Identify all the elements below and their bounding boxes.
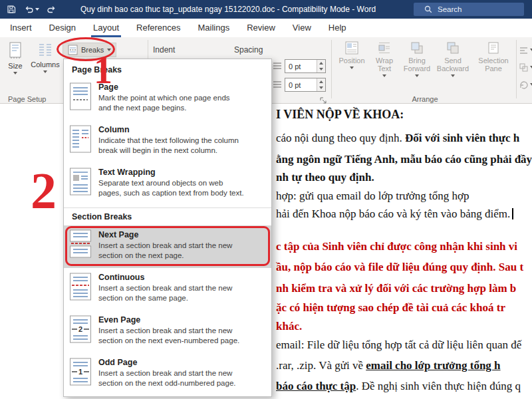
ribbon-tab-row: Insert Design Layout References Mailings…	[0, 19, 532, 37]
chevron-down-icon	[382, 74, 386, 77]
text-wrapping-break-icon	[69, 166, 92, 197]
bring-forward-icon	[410, 41, 424, 55]
search-box[interactable]: Search	[414, 3, 524, 16]
arrange-group-label: Arrange	[336, 95, 513, 103]
spacing-before-icon	[273, 61, 282, 70]
spacing-before-stepper[interactable]	[317, 60, 325, 72]
doc-line: .rar, .zip. Và gửi về email cho lớp trưở…	[276, 359, 501, 372]
doc-line: email: File dữ liệu tổng hợp tất cả dữ l…	[276, 338, 521, 352]
tab-layout[interactable]: Layout	[84, 19, 128, 37]
selection-pane-icon	[487, 41, 500, 55]
tab-review[interactable]: Review	[238, 19, 284, 37]
wrap-text-button[interactable]: Wrap Text	[370, 41, 399, 93]
align-button[interactable]	[519, 43, 532, 57]
page-setup-group-label: Page Setup	[8, 95, 47, 103]
menu-item-page[interactable]: Page Mark the point at which one page en…	[64, 78, 271, 120]
redo-icon[interactable]	[45, 3, 57, 15]
search-label: Search	[438, 5, 462, 13]
chevron-down-icon	[43, 70, 47, 73]
menu-section-header: Section Breaks	[64, 207, 271, 225]
tab-design[interactable]: Design	[41, 19, 84, 37]
doc-line: ặc có hiện tượng sao chép đề tài cuả các…	[276, 301, 505, 315]
position-icon	[345, 41, 358, 55]
chevron-down-icon	[107, 49, 111, 51]
menu-item-continuous[interactable]: Continuous Insert a section break and st…	[64, 268, 271, 311]
next-page-break-icon	[69, 229, 92, 259]
even-page-break-icon: 2	[69, 314, 92, 344]
position-button[interactable]: Position	[336, 41, 367, 93]
doc-line: nh kiểm tra và xử lý đối với các trường …	[276, 282, 516, 295]
send-backward-icon	[446, 41, 460, 55]
doc-line: hải đến Khoa nộp báo cáo và ký tên vào b…	[276, 207, 513, 221]
breaks-dropdown-menu: Page Breaks Page Mark the point at which…	[63, 59, 272, 397]
group-separator	[331, 40, 332, 98]
window-title: Quy dinh bao cao thuc tap_update ngay 15…	[80, 5, 376, 14]
menu-item-odd-page[interactable]: 1 Odd Page Insert a section break and st…	[64, 353, 271, 396]
doc-line: cáo nội dung theo quy định. Đối với sinh…	[276, 132, 519, 145]
doc-line: c tập của Sinh viên chỉ được công nhận k…	[276, 240, 517, 253]
spacing-after-icon	[273, 80, 282, 89]
spacing-before-field[interactable]: 0 pt	[285, 59, 326, 73]
undo-icon[interactable]	[23, 3, 39, 15]
svg-text:1: 1	[78, 368, 82, 376]
doc-line: nh tự theo quy định.	[276, 171, 374, 184]
svg-text:2: 2	[78, 325, 82, 333]
menu-item-text-wrapping[interactable]: Text Wrapping Separate text around objec…	[64, 163, 271, 205]
chevron-down-icon	[13, 72, 17, 74]
menu-section-header: Page Breaks	[64, 62, 271, 78]
odd-page-break-icon: 1	[69, 356, 92, 387]
save-icon[interactable]	[5, 3, 17, 15]
selection-pane-button[interactable]: Selection Pane	[473, 41, 513, 93]
chevron-down-icon	[350, 66, 354, 69]
paragraph-dialog-launcher-icon[interactable]	[320, 95, 327, 102]
spacing-after-field[interactable]: 0 pt	[285, 78, 326, 92]
menu-item-column[interactable]: Column Indicate that the text following …	[64, 120, 271, 163]
menu-item-next-page[interactable]: Next Page Insert a section break and sta…	[64, 225, 271, 268]
text-cursor	[512, 208, 513, 219]
undo-dropdown-icon[interactable]	[35, 8, 39, 11]
group-button[interactable]	[519, 60, 532, 74]
menu-item-even-page[interactable]: 2 Even Page Insert a section break and s…	[64, 311, 271, 353]
breaks-icon	[68, 45, 78, 55]
rotate-button[interactable]	[519, 77, 532, 92]
continuous-break-icon	[69, 271, 92, 302]
group-separator	[516, 40, 517, 98]
title-bar: Quy dinh bao cao thuc tap_update ngay 15…	[0, 0, 532, 19]
doc-line: I VIÊN NỘP VỀ KHOA:	[276, 108, 404, 122]
columns-icon	[37, 41, 53, 59]
tab-mailings[interactable]: Mailings	[190, 19, 239, 37]
size-icon	[8, 41, 23, 60]
bring-forward-button[interactable]: Bring Forward	[400, 41, 434, 93]
indent-label: Indent	[153, 45, 175, 55]
tab-help[interactable]: Help	[320, 19, 355, 37]
search-icon	[424, 5, 432, 13]
chevron-down-icon	[451, 74, 455, 77]
column-break-icon	[69, 124, 92, 154]
chevron-down-icon	[415, 74, 419, 77]
wrap-text-icon	[378, 41, 391, 55]
tab-references[interactable]: References	[128, 19, 189, 37]
size-button[interactable]: Size	[3, 41, 28, 93]
tab-view[interactable]: View	[284, 19, 320, 37]
doc-line: ầu, nộp báo cáo và file dữ liệu đúng quy…	[276, 261, 523, 274]
send-backward-button[interactable]: Send Backward	[435, 41, 471, 93]
doc-line: ằng ngôn ngữ Tiếng Anh, mẫu báo cáo cũng…	[276, 153, 532, 166]
breaks-button[interactable]: Breaks	[63, 43, 116, 57]
spacing-after-stepper[interactable]	[317, 78, 325, 91]
columns-button[interactable]: Columns	[29, 41, 61, 93]
doc-line: báo cáo thực tập. Đề nghị sinh viên thực…	[276, 380, 521, 393]
doc-line: khác.	[276, 320, 302, 333]
document-text: I VIÊN NỘP VỀ KHOA: cáo nội dung theo qu…	[275, 104, 532, 399]
spacing-label: Spacing	[234, 45, 263, 55]
page-break-icon	[69, 81, 92, 112]
tab-insert[interactable]: Insert	[1, 19, 41, 37]
word-window: Quy dinh bao cao thuc tap_update ngay 15…	[0, 0, 532, 399]
doc-line: hợp: gửi qua email do lớp trưởng tổng hợ…	[276, 190, 469, 203]
